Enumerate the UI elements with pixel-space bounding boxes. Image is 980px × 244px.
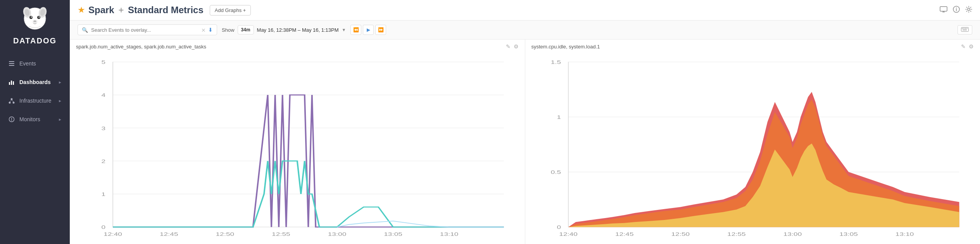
chart-header-1: spark.job.num_active_stages, spark.job.n… xyxy=(76,43,519,50)
main-content: ★ Spark + Standard Metrics Add Graphs + … xyxy=(70,0,980,244)
search-icon: 🔍 xyxy=(82,27,88,33)
svg-rect-14 xyxy=(9,82,10,85)
info-icon[interactable] xyxy=(953,6,960,15)
search-input[interactable] xyxy=(91,27,198,33)
sidebar-item-events[interactable]: Events xyxy=(0,54,70,73)
svg-rect-36 xyxy=(966,28,968,29)
edit-chart-2-icon[interactable]: ✎ xyxy=(961,43,966,50)
download-icon[interactable]: ⬇ xyxy=(208,27,213,33)
nodes-icon xyxy=(8,97,16,105)
sidebar-item-dashboards[interactable]: Dashboards ► xyxy=(0,73,70,91)
svg-text:12:40: 12:40 xyxy=(104,231,122,237)
svg-point-17 xyxy=(11,98,13,100)
keyboard-shortcut-button[interactable] xyxy=(958,25,972,34)
time-navigation-buttons: ⏪ ▶ ⏩ xyxy=(350,25,386,35)
svg-rect-15 xyxy=(11,81,12,85)
time-dropdown-icon[interactable]: ▼ xyxy=(342,27,346,32)
charts-area: spark.job.num_active_stages, spark.job.n… xyxy=(70,40,980,244)
add-graphs-button[interactable]: Add Graphs + xyxy=(210,5,251,15)
svg-rect-16 xyxy=(13,81,14,85)
header-icons xyxy=(940,6,972,15)
svg-text:1: 1 xyxy=(557,114,561,120)
rewind-button[interactable]: ⏪ xyxy=(350,25,361,35)
svg-point-10 xyxy=(32,19,38,24)
chevron-right-icon: ► xyxy=(58,80,62,84)
sidebar-item-monitors[interactable]: Monitors ► xyxy=(0,110,70,129)
svg-text:13:05: 13:05 xyxy=(384,231,402,237)
edit-chart-icon[interactable]: ✎ xyxy=(506,43,511,50)
svg-point-18 xyxy=(9,102,11,104)
svg-text:12:40: 12:40 xyxy=(559,231,578,237)
svg-point-8 xyxy=(39,17,40,18)
page-title: Spark + Standard Metrics xyxy=(88,5,204,15)
svg-text:1: 1 xyxy=(102,191,106,197)
svg-rect-12 xyxy=(9,63,14,64)
page-header: ★ Spark + Standard Metrics Add Graphs + xyxy=(70,0,980,21)
svg-text:13:10: 13:10 xyxy=(895,231,914,237)
fast-forward-button[interactable]: ⏩ xyxy=(375,25,386,35)
sidebar-item-infrastructure[interactable]: Infrastructure ► xyxy=(0,91,70,110)
svg-text:13:05: 13:05 xyxy=(839,231,858,237)
time-range-display: May 16, 12:38PM – May 16, 1:13PM xyxy=(257,27,339,33)
favorite-star-icon[interactable]: ★ xyxy=(78,5,85,15)
monitor-icon[interactable] xyxy=(940,6,947,14)
chart-title-2: system.cpu.idle, system.load.1 xyxy=(531,44,961,50)
svg-text:13:00: 13:00 xyxy=(783,231,802,237)
svg-line-20 xyxy=(10,100,12,102)
sidebar-item-label: Infrastructure xyxy=(19,98,51,104)
svg-text:5: 5 xyxy=(102,59,106,65)
svg-line-21 xyxy=(12,100,14,102)
chart-actions-1: ✎ ⚙ xyxy=(506,43,519,50)
chart-actions-2: ✎ ⚙ xyxy=(961,43,974,50)
svg-text:13:10: 13:10 xyxy=(440,231,459,237)
chart-header-2: system.cpu.idle, system.load.1 ✎ ⚙ xyxy=(531,43,974,50)
svg-text:3: 3 xyxy=(102,125,106,131)
chart-title-1: spark.job.num_active_stages, spark.job.n… xyxy=(76,44,506,50)
search-actions: ⨯ ⬇ xyxy=(201,27,213,33)
search-box: 🔍 ⨯ ⬇ xyxy=(78,24,217,35)
svg-rect-13 xyxy=(9,65,14,66)
svg-rect-34 xyxy=(963,28,964,29)
svg-text:0: 0 xyxy=(557,224,561,230)
chart-panel-2: system.cpu.idle, system.load.1 ✎ ⚙ 1.5 xyxy=(525,40,980,244)
svg-text:12:50: 12:50 xyxy=(216,231,235,237)
bar-chart-icon xyxy=(8,78,16,86)
svg-text:12:45: 12:45 xyxy=(615,231,633,237)
chart-svg-1: 5 4 3 2 1 0 12:40 12:45 12:50 12:55 13:0… xyxy=(76,52,519,237)
brand-name: DATADOG xyxy=(13,36,57,45)
sidebar-navigation: Events Dashboards ► xyxy=(0,54,70,129)
time-window-pill[interactable]: 34m xyxy=(238,25,254,34)
svg-point-30 xyxy=(956,7,957,8)
svg-text:12:55: 12:55 xyxy=(272,231,290,237)
svg-text:13:00: 13:00 xyxy=(328,231,347,237)
chart-container-1: 5 4 3 2 1 0 12:40 12:45 12:50 12:55 13:0… xyxy=(76,52,519,237)
datadog-mascot-icon xyxy=(19,4,50,35)
svg-text:0.5: 0.5 xyxy=(550,169,561,175)
svg-point-7 xyxy=(31,17,32,18)
clear-search-icon[interactable]: ⨯ xyxy=(201,27,206,33)
settings-icon[interactable] xyxy=(965,6,972,15)
svg-rect-25 xyxy=(940,7,947,11)
sidebar-item-label: Events xyxy=(19,60,36,67)
chart-settings-icon[interactable]: ⚙ xyxy=(514,43,519,50)
svg-text:1.5: 1.5 xyxy=(550,59,561,65)
svg-rect-33 xyxy=(962,28,963,29)
svg-text:12:45: 12:45 xyxy=(160,231,178,237)
play-button[interactable]: ▶ xyxy=(363,25,374,35)
svg-rect-11 xyxy=(9,61,14,62)
sidebar-item-label: Monitors xyxy=(19,116,40,122)
svg-point-24 xyxy=(11,120,12,121)
sidebar-item-label: Dashboards xyxy=(19,79,51,85)
svg-text:4: 4 xyxy=(102,92,106,98)
chart-svg-2: 1.5 1 0.5 0 12:40 12:45 12:50 12:55 13:0… xyxy=(531,52,974,237)
chevron-right-icon: ► xyxy=(58,117,62,122)
list-icon xyxy=(8,60,16,67)
svg-text:0: 0 xyxy=(102,224,106,230)
svg-text:2: 2 xyxy=(102,158,106,164)
chart-settings-2-icon[interactable]: ⚙ xyxy=(969,43,974,50)
alert-icon xyxy=(8,115,16,123)
chart-container-2: 1.5 1 0.5 0 12:40 12:45 12:50 12:55 13:0… xyxy=(531,52,974,237)
sidebar: DATADOG Events Dashboards xyxy=(0,0,70,244)
show-label: Show xyxy=(222,27,235,33)
brand-logo: DATADOG xyxy=(12,4,58,46)
